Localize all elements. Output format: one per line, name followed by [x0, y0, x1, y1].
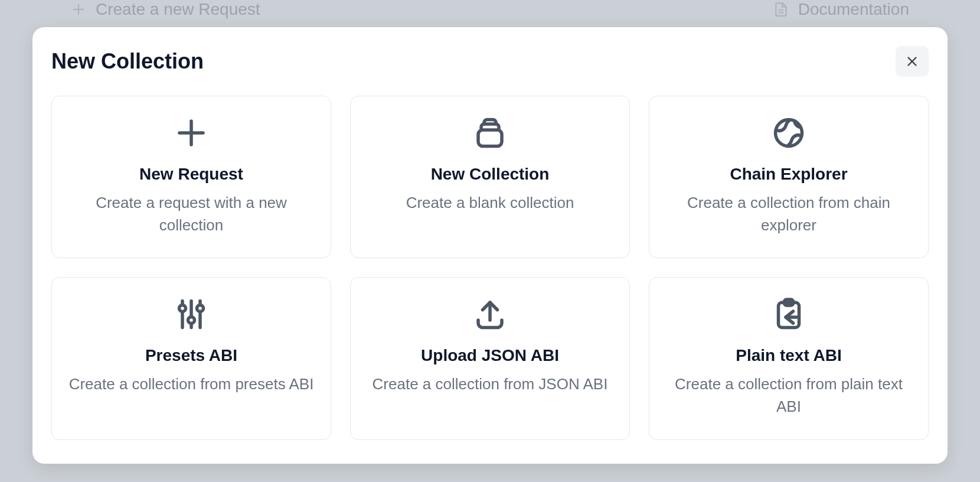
sliders-icon: [171, 295, 212, 333]
cards-grid: New Request Create a request with a new …: [51, 96, 929, 440]
plus-icon: [171, 114, 212, 152]
svg-point-13: [188, 317, 195, 324]
documentation-link[interactable]: Documentation: [773, 0, 909, 19]
create-request-label: Create a new Request: [96, 0, 260, 19]
card-description: Create a collection from plain text ABI: [666, 373, 912, 418]
create-request-link[interactable]: Create a new Request: [71, 0, 260, 19]
card-new-request[interactable]: New Request Create a request with a new …: [51, 96, 331, 258]
svg-point-9: [776, 120, 802, 146]
document-icon: [773, 2, 789, 17]
new-collection-modal: New Collection New Request Create a requ…: [32, 27, 948, 464]
card-description: Create a collection from JSON ABI: [373, 373, 608, 396]
upload-icon: [469, 295, 511, 333]
card-title: Plain text ABI: [736, 346, 841, 365]
card-new-collection[interactable]: New Collection Create a blank collection: [350, 96, 630, 258]
card-description: Create a blank collection: [406, 192, 574, 214]
modal-title: New Collection: [51, 49, 204, 74]
svg-point-11: [179, 305, 186, 312]
close-icon: [904, 54, 920, 69]
clipboard-paste-icon: [768, 295, 809, 333]
plus-icon: [71, 2, 86, 17]
card-title: Upload JSON ABI: [421, 346, 559, 365]
card-plain-text-abi[interactable]: Plain text ABI Create a collection from …: [649, 277, 929, 439]
svg-point-15: [197, 305, 204, 312]
documentation-label: Documentation: [798, 0, 909, 19]
card-description: Create a collection from presets ABI: [69, 373, 314, 396]
modal-header: New Collection: [51, 46, 929, 77]
card-presets-abi[interactable]: Presets ABI Create a collection from pre…: [51, 277, 331, 439]
card-title: Chain Explorer: [730, 165, 847, 184]
card-description: Create a collection from chain explorer: [666, 192, 912, 236]
card-title: New Collection: [431, 165, 550, 184]
card-title: New Request: [139, 165, 243, 184]
card-upload-json-abi[interactable]: Upload JSON ABI Create a collection from…: [350, 277, 630, 439]
svg-rect-8: [478, 130, 502, 146]
card-chain-explorer[interactable]: Chain Explorer Create a collection from …: [649, 96, 929, 258]
close-button[interactable]: [896, 46, 929, 77]
globe-icon: [768, 114, 809, 152]
collection-icon: [469, 114, 511, 152]
card-title: Presets ABI: [145, 346, 237, 365]
background-toolbar: Create a new Request Documentation: [0, 0, 980, 19]
card-description: Create a request with a new collection: [68, 192, 314, 236]
